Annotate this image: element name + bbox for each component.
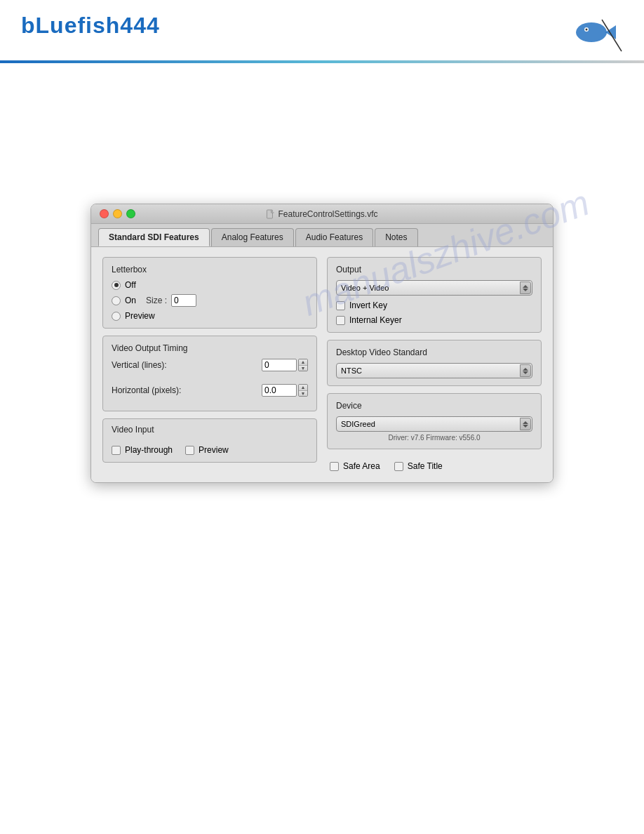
letterbox-off[interactable]: Off [112, 280, 308, 290]
horizontal-spinner[interactable]: ▲ ▼ [298, 384, 308, 397]
video-input-section: Video Input Play-through Preview [102, 418, 317, 463]
video-output-timing-label: Video Output Timing [112, 343, 308, 353]
vertical-spin-down[interactable]: ▼ [299, 366, 307, 371]
internal-keyer-label: Internal Keyer [349, 315, 402, 325]
video-output-timing-section: Video Output Timing Vertical (lines): ▲ … [102, 336, 317, 411]
preview-checkbox[interactable] [185, 446, 194, 455]
invert-key-item[interactable]: Invert Key [336, 300, 532, 310]
titlebar-buttons [100, 209, 135, 218]
letterbox-on-row: On Size : [112, 294, 308, 307]
svg-point-3 [586, 29, 588, 31]
letterbox-radio-group: Off On Size : [112, 280, 308, 321]
video-input-label: Video Input [112, 425, 308, 435]
safe-area-row: Safe Area Safe Title [327, 456, 542, 471]
driver-info: Driver: v7.6 Firmware: v556.0 [336, 434, 532, 442]
letterbox-off-label: Off [125, 280, 136, 290]
vertical-label: Vertical (lines): [112, 360, 167, 370]
safe-title-label: Safe Title [408, 461, 443, 471]
playthrough-checkbox[interactable] [112, 446, 121, 455]
logo: bLuefish444 [21, 13, 160, 39]
dvs-select[interactable]: NTSC PAL 720p 1080i [336, 363, 532, 378]
tab-notes[interactable]: Notes [375, 228, 417, 246]
letterbox-section: Letterbox Off On Size [102, 257, 317, 329]
size-label: Size : [146, 296, 167, 305]
safe-area-label: Safe Area [343, 461, 380, 471]
horizontal-label: Horizontal (pixels): [112, 385, 181, 395]
logo-icon [560, 13, 623, 55]
letterbox-label: Letterbox [112, 265, 308, 274]
horizontal-spin-up[interactable]: ▲ [299, 385, 307, 391]
tab-standard-sdi[interactable]: Standard SDI Features [98, 228, 210, 246]
safe-title-item[interactable]: Safe Title [394, 461, 443, 471]
main-two-col: Letterbox Off On Size [102, 257, 542, 471]
invert-key-checkbox[interactable] [336, 301, 345, 310]
window-title: FeatureControlSettings.vfc [266, 209, 377, 219]
vertical-input[interactable] [262, 359, 297, 371]
maximize-button[interactable] [126, 209, 135, 218]
vertical-row: Vertical (lines): ▲ ▼ [112, 359, 308, 371]
minimize-button[interactable] [113, 209, 122, 218]
playthrough-label: Play-through [125, 445, 173, 455]
safe-area-item[interactable]: Safe Area [330, 461, 380, 471]
radio-preview[interactable] [112, 312, 121, 321]
titlebar: FeatureControlSettings.vfc [91, 204, 553, 224]
output-section: Output Video + Video Video + Key Key + V… [327, 257, 542, 333]
dvs-select-wrapper: NTSC PAL 720p 1080i [336, 363, 532, 378]
content-area: Letterbox Off On Size [91, 247, 553, 482]
device-section: Device SDIGreed Driver: v7.6 Firmware: v… [327, 393, 542, 449]
radio-off[interactable] [112, 281, 121, 290]
letterbox-preview-label: Preview [125, 311, 155, 321]
vertical-input-wrapper: ▲ ▼ [262, 359, 308, 371]
file-icon [266, 209, 274, 219]
header-divider [0, 60, 644, 63]
left-column: Letterbox Off On Size [102, 257, 317, 471]
vertical-spin-up[interactable]: ▲ [299, 359, 307, 366]
letterbox-on[interactable]: On [112, 296, 136, 305]
device-label: Device [336, 401, 532, 411]
tab-audio[interactable]: Audio Features [295, 228, 373, 246]
radio-on[interactable] [112, 296, 121, 305]
preview-label: Preview [199, 445, 229, 455]
size-input[interactable] [171, 294, 196, 307]
internal-keyer-checkbox[interactable] [336, 316, 345, 325]
svg-point-0 [576, 22, 607, 42]
playthrough-item[interactable]: Play-through [112, 445, 173, 455]
video-input-checkbox-row: Play-through Preview [112, 440, 308, 455]
header: bLuefish444 [0, 0, 644, 55]
safe-title-checkbox[interactable] [394, 462, 403, 471]
tab-analog[interactable]: Analog Features [211, 228, 294, 246]
close-button[interactable] [100, 209, 109, 218]
output-label: Output [336, 265, 532, 274]
window-wrapper: FeatureControlSettings.vfc Standard SDI … [0, 204, 644, 483]
device-select-wrapper: SDIGreed [336, 416, 532, 432]
desktop-video-standard-label: Desktop Video Standard [336, 348, 532, 357]
right-column: Output Video + Video Video + Key Key + V… [327, 257, 542, 471]
safe-area-checkbox[interactable] [330, 462, 339, 471]
horizontal-row: Horizontal (pixels): ▲ ▼ [112, 384, 308, 397]
internal-keyer-item[interactable]: Internal Keyer [336, 315, 532, 325]
letterbox-on-label: On [125, 296, 136, 305]
vertical-spinner[interactable]: ▲ ▼ [298, 359, 308, 371]
device-select[interactable]: SDIGreed [336, 416, 532, 432]
desktop-video-standard-section: Desktop Video Standard NTSC PAL 720p 108… [327, 340, 542, 386]
tabs-bar: Standard SDI Features Analog Features Au… [91, 224, 553, 247]
app-window: FeatureControlSettings.vfc Standard SDI … [90, 204, 554, 483]
output-select[interactable]: Video + Video Video + Key Key + Video [336, 280, 532, 296]
horizontal-spin-down[interactable]: ▼ [299, 391, 307, 397]
output-select-wrapper: Video + Video Video + Key Key + Video [336, 280, 532, 296]
invert-key-label: Invert Key [349, 300, 387, 310]
preview-item[interactable]: Preview [185, 445, 229, 455]
letterbox-preview[interactable]: Preview [112, 311, 308, 321]
horizontal-input-wrapper: ▲ ▼ [262, 384, 308, 397]
horizontal-input[interactable] [262, 384, 297, 397]
